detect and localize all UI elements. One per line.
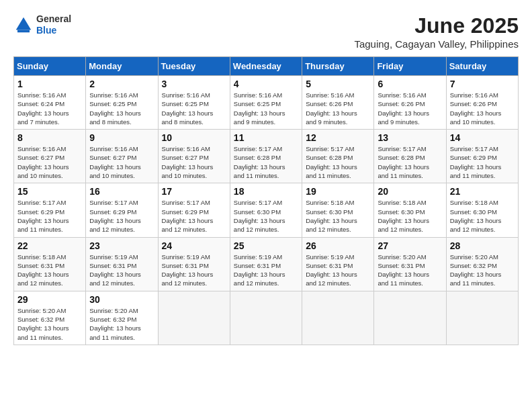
day-info: Sunrise: 5:17 AM Sunset: 6:29 PM Dayligh…: [17, 198, 82, 234]
day-number: 4: [234, 79, 298, 89]
day-info: Sunrise: 5:19 AM Sunset: 6:31 PM Dayligh…: [162, 253, 226, 288]
header-day-saturday: Saturday: [446, 57, 518, 76]
header-day-sunday: Sunday: [14, 57, 86, 76]
logo-general: General: [36, 13, 71, 25]
calendar-day: 20Sunrise: 5:18 AM Sunset: 6:30 PM Dayli…: [374, 183, 446, 237]
day-info: Sunrise: 5:16 AM Sunset: 6:25 PM Dayligh…: [162, 91, 226, 126]
day-info: Sunrise: 5:17 AM Sunset: 6:29 PM Dayligh…: [162, 198, 226, 234]
day-number: 17: [162, 186, 226, 197]
calendar-day: 30Sunrise: 5:20 AM Sunset: 6:32 PM Dayli…: [86, 291, 158, 345]
calendar-day: 16Sunrise: 5:17 AM Sunset: 6:29 PM Dayli…: [86, 183, 158, 237]
calendar-day: [230, 291, 302, 345]
calendar-day: 26Sunrise: 5:19 AM Sunset: 6:31 PM Dayli…: [302, 237, 374, 291]
calendar-day: 8Sunrise: 5:16 AM Sunset: 6:27 PM Daylig…: [14, 130, 86, 183]
day-info: Sunrise: 5:20 AM Sunset: 6:31 PM Dayligh…: [378, 253, 442, 288]
day-number: 30: [89, 294, 154, 305]
calendar-day: 24Sunrise: 5:19 AM Sunset: 6:31 PM Dayli…: [158, 237, 230, 291]
day-number: 10: [162, 132, 226, 143]
calendar-day: 1Sunrise: 5:16 AM Sunset: 6:24 PM Daylig…: [14, 76, 86, 130]
day-number: 15: [17, 186, 82, 197]
header-day-monday: Monday: [86, 57, 158, 76]
day-info: Sunrise: 5:16 AM Sunset: 6:26 PM Dayligh…: [450, 91, 515, 126]
day-info: Sunrise: 5:20 AM Sunset: 6:32 PM Dayligh…: [450, 253, 515, 288]
logo: General Blue: [13, 13, 71, 36]
calendar-day: 7Sunrise: 5:16 AM Sunset: 6:26 PM Daylig…: [446, 76, 518, 130]
calendar-day: 9Sunrise: 5:16 AM Sunset: 6:27 PM Daylig…: [86, 130, 158, 183]
day-info: Sunrise: 5:16 AM Sunset: 6:25 PM Dayligh…: [234, 91, 298, 126]
calendar-day: 5Sunrise: 5:16 AM Sunset: 6:26 PM Daylig…: [302, 76, 374, 130]
calendar-header: SundayMondayTuesdayWednesdayThursdayFrid…: [14, 57, 519, 76]
day-number: 3: [162, 79, 226, 89]
calendar-day: 21Sunrise: 5:18 AM Sunset: 6:30 PM Dayli…: [446, 183, 518, 237]
calendar-day: 18Sunrise: 5:17 AM Sunset: 6:30 PM Dayli…: [230, 183, 302, 237]
header-day-tuesday: Tuesday: [158, 57, 230, 76]
day-number: 25: [234, 240, 298, 251]
calendar-day: 12Sunrise: 5:17 AM Sunset: 6:28 PM Dayli…: [302, 130, 374, 183]
calendar-day: 23Sunrise: 5:19 AM Sunset: 6:31 PM Dayli…: [86, 237, 158, 291]
header-row: SundayMondayTuesdayWednesdayThursdayFrid…: [14, 57, 519, 76]
day-number: 20: [378, 186, 442, 197]
page-header: General Blue June 2025 Taguing, Cagayan …: [13, 13, 519, 50]
day-info: Sunrise: 5:17 AM Sunset: 6:28 PM Dayligh…: [306, 144, 370, 180]
calendar-day: 4Sunrise: 5:16 AM Sunset: 6:25 PM Daylig…: [230, 76, 302, 130]
day-number: 27: [378, 240, 442, 251]
day-number: 16: [89, 186, 154, 197]
day-info: Sunrise: 5:17 AM Sunset: 6:29 PM Dayligh…: [89, 198, 154, 234]
day-number: 1: [17, 79, 82, 89]
calendar-day: 29Sunrise: 5:20 AM Sunset: 6:32 PM Dayli…: [14, 291, 86, 345]
calendar-body: 1Sunrise: 5:16 AM Sunset: 6:24 PM Daylig…: [14, 76, 519, 345]
calendar-day: 3Sunrise: 5:16 AM Sunset: 6:25 PM Daylig…: [158, 76, 230, 130]
header-day-friday: Friday: [374, 57, 446, 76]
calendar-day: 11Sunrise: 5:17 AM Sunset: 6:28 PM Dayli…: [230, 130, 302, 183]
day-info: Sunrise: 5:16 AM Sunset: 6:26 PM Dayligh…: [306, 91, 370, 126]
day-number: 23: [89, 240, 154, 251]
calendar-day: 2Sunrise: 5:16 AM Sunset: 6:25 PM Daylig…: [86, 76, 158, 130]
day-number: 18: [234, 186, 298, 197]
logo-icon: [13, 15, 34, 35]
day-number: 28: [450, 240, 515, 251]
day-info: Sunrise: 5:19 AM Sunset: 6:31 PM Dayligh…: [89, 253, 154, 288]
day-number: 7: [450, 79, 515, 89]
day-number: 26: [306, 240, 370, 251]
calendar-day: 28Sunrise: 5:20 AM Sunset: 6:32 PM Dayli…: [446, 237, 518, 291]
day-info: Sunrise: 5:20 AM Sunset: 6:32 PM Dayligh…: [17, 306, 82, 342]
calendar-day: [446, 291, 518, 345]
day-info: Sunrise: 5:16 AM Sunset: 6:26 PM Dayligh…: [378, 91, 442, 126]
day-number: 29: [17, 294, 82, 305]
calendar-week-2: 8Sunrise: 5:16 AM Sunset: 6:27 PM Daylig…: [14, 130, 519, 183]
month-title: June 2025: [354, 13, 519, 38]
day-info: Sunrise: 5:19 AM Sunset: 6:31 PM Dayligh…: [306, 253, 370, 288]
day-info: Sunrise: 5:16 AM Sunset: 6:27 PM Dayligh…: [17, 144, 82, 180]
calendar-day: 22Sunrise: 5:18 AM Sunset: 6:31 PM Dayli…: [14, 237, 86, 291]
day-info: Sunrise: 5:16 AM Sunset: 6:27 PM Dayligh…: [89, 144, 154, 180]
calendar-day: 15Sunrise: 5:17 AM Sunset: 6:29 PM Dayli…: [14, 183, 86, 237]
day-number: 6: [378, 79, 442, 89]
day-info: Sunrise: 5:18 AM Sunset: 6:31 PM Dayligh…: [17, 253, 82, 288]
day-info: Sunrise: 5:17 AM Sunset: 6:29 PM Dayligh…: [450, 144, 515, 180]
day-number: 8: [17, 132, 82, 143]
calendar-day: 13Sunrise: 5:17 AM Sunset: 6:28 PM Dayli…: [374, 130, 446, 183]
day-info: Sunrise: 5:17 AM Sunset: 6:28 PM Dayligh…: [378, 144, 442, 180]
svg-marker-0: [16, 17, 32, 30]
calendar-day: 10Sunrise: 5:16 AM Sunset: 6:27 PM Dayli…: [158, 130, 230, 183]
day-info: Sunrise: 5:18 AM Sunset: 6:30 PM Dayligh…: [306, 198, 370, 234]
calendar-week-5: 29Sunrise: 5:20 AM Sunset: 6:32 PM Dayli…: [14, 291, 519, 345]
day-number: 22: [17, 240, 82, 251]
day-number: 2: [89, 79, 154, 89]
day-number: 9: [89, 132, 154, 143]
day-number: 13: [378, 132, 442, 143]
day-number: 19: [306, 186, 370, 197]
header-day-wednesday: Wednesday: [230, 57, 302, 76]
logo-text: General Blue: [36, 13, 71, 36]
calendar-day: 17Sunrise: 5:17 AM Sunset: 6:29 PM Dayli…: [158, 183, 230, 237]
day-number: 24: [162, 240, 226, 251]
day-info: Sunrise: 5:16 AM Sunset: 6:27 PM Dayligh…: [162, 144, 226, 180]
calendar-table: SundayMondayTuesdayWednesdayThursdayFrid…: [13, 56, 519, 345]
calendar-day: 27Sunrise: 5:20 AM Sunset: 6:31 PM Dayli…: [374, 237, 446, 291]
day-number: 21: [450, 186, 515, 197]
day-info: Sunrise: 5:19 AM Sunset: 6:31 PM Dayligh…: [234, 253, 298, 288]
day-info: Sunrise: 5:16 AM Sunset: 6:25 PM Dayligh…: [89, 91, 154, 126]
location: Taguing, Cagayan Valley, Philippines: [354, 38, 519, 50]
title-area: June 2025 Taguing, Cagayan Valley, Phili…: [354, 13, 519, 50]
calendar-day: [158, 291, 230, 345]
